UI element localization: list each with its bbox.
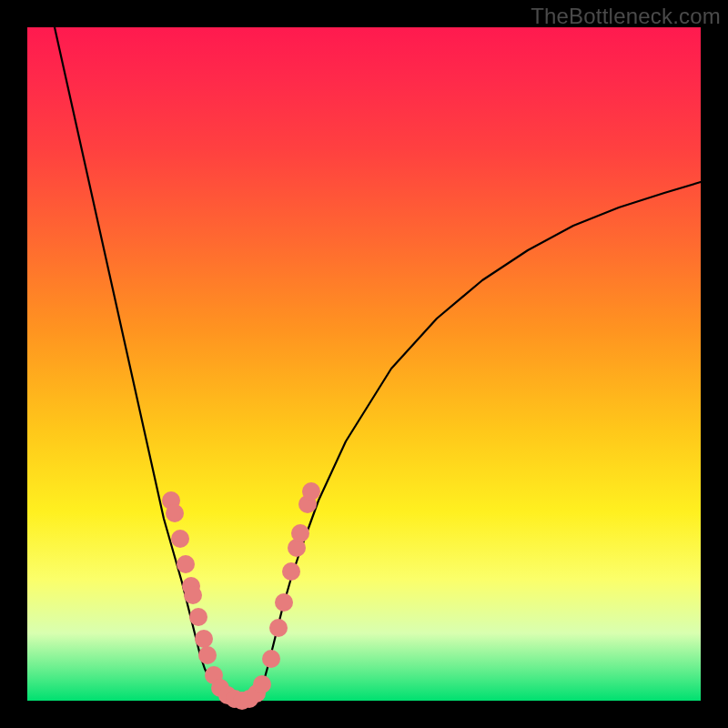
marker-dot (275, 593, 293, 612)
marker-dot (198, 646, 217, 664)
bottleneck-curve (55, 27, 701, 701)
marker-dot (262, 650, 280, 668)
marker-dot (269, 619, 288, 637)
chart-svg (27, 27, 701, 701)
marker-dot (291, 524, 309, 542)
marker-dot (302, 482, 320, 500)
marker-dot (171, 530, 189, 548)
chart-frame: TheBottleneck.com (0, 0, 728, 728)
marker-dot (184, 586, 202, 604)
marker-dot (177, 555, 195, 573)
marker-dot (253, 675, 271, 693)
plot-area (27, 27, 701, 701)
marker-dot (189, 608, 207, 626)
marker-dot (282, 562, 300, 581)
marker-dot (166, 504, 184, 522)
marker-dot (195, 630, 213, 648)
watermark-text: TheBottleneck.com (531, 4, 721, 29)
marker-dots (162, 482, 320, 710)
